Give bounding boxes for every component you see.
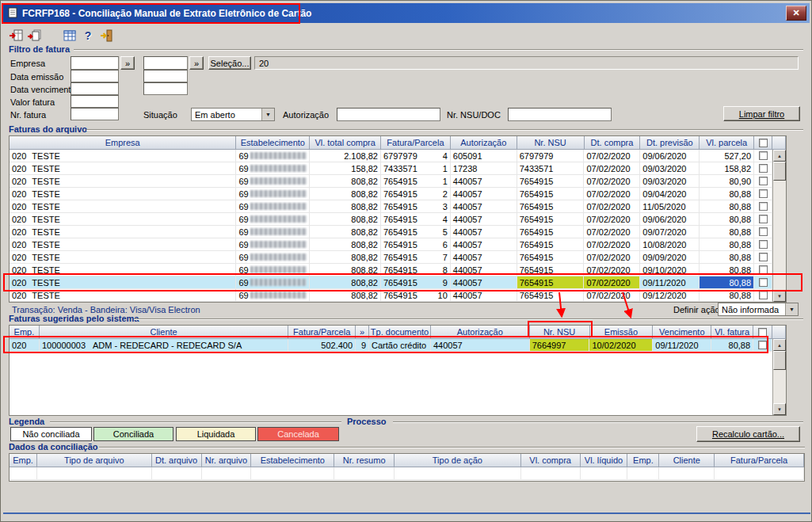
col-estabelecimento[interactable]: Estabelecimento [251, 454, 334, 467]
cell-empresa: 020TESTE [10, 162, 236, 174]
empresa-to-lookup-button[interactable]: » [189, 56, 204, 70]
autorizacao-input[interactable] [337, 108, 440, 121]
col-tp-documento[interactable]: Tp. documento [369, 326, 431, 339]
definir-acao-select[interactable]: Não informada ▼ [718, 303, 799, 316]
empresa-lookup-button[interactable]: » [120, 56, 135, 70]
fatura-row[interactable]: 020TESTE 69 808,82 76549159 440057 76549… [10, 276, 772, 289]
data-vencimento-input[interactable] [71, 82, 119, 95]
col-nr-resumo[interactable]: Nr. resumo [334, 454, 395, 467]
scroll-down-button[interactable]: ▼ [773, 403, 786, 415]
col-nr-arquivo[interactable]: Nr. arquivo [202, 454, 252, 467]
col-select[interactable] [754, 136, 772, 150]
col-fatura-parcela[interactable]: Fatura/Parcela [381, 136, 451, 150]
empresa-code-input[interactable] [71, 56, 119, 70]
data-emissao-to-input[interactable] [143, 70, 188, 82]
row-checkbox[interactable] [759, 265, 768, 274]
scroll-thumb[interactable] [773, 162, 786, 181]
col-tipo-acao[interactable]: Tipo de ação [395, 454, 521, 467]
col-vl-liquido[interactable]: Vl. líquido [581, 454, 628, 467]
row-checkbox[interactable] [759, 177, 768, 185]
col-emp[interactable]: Emp. [10, 326, 40, 339]
help-button[interactable]: ? [79, 27, 97, 44]
row-checkbox[interactable] [758, 341, 767, 349]
col-cliente[interactable]: Cliente [40, 326, 288, 339]
col-emp[interactable]: Emp. [10, 454, 37, 467]
col-empresa[interactable]: Empresa [10, 136, 236, 150]
fatura-row[interactable]: 020TESTE 69 2.108,82 67979794 605091 679… [10, 150, 772, 162]
fatura-row[interactable]: 020TESTE 69 808,82 76549152 440057 76549… [10, 188, 772, 200]
sugerida-row[interactable]: 020 100000003ADM - REDECARD - REDECARD S… [10, 339, 772, 352]
confirm-exit-button[interactable] [7, 27, 25, 44]
fatura-row[interactable]: 020TESTE 69 808,82 765491510 440057 7654… [10, 289, 772, 302]
cell-vl-total: 808,82 [310, 175, 381, 187]
row-checkbox[interactable] [759, 215, 768, 223]
row-checkbox[interactable] [759, 164, 768, 173]
row-checkbox[interactable] [759, 189, 768, 198]
data-emissao-input[interactable] [71, 70, 119, 82]
fatura-row[interactable]: 020TESTE 69 808,82 76549154 440057 76549… [10, 213, 772, 226]
selecao-button[interactable]: Seleção... [208, 56, 251, 70]
col-emissao[interactable]: Emissão [590, 326, 654, 339]
row-checkbox[interactable] [759, 227, 768, 236]
fatura-row[interactable]: 020TESTE 69 808,82 76549156 440057 76549… [10, 238, 772, 251]
limpar-filtro-button[interactable]: Limpar filtro [723, 106, 800, 121]
select-all-checkbox[interactable] [758, 328, 767, 337]
col-vl-total-compra[interactable]: Vl. total compra [310, 136, 381, 150]
col-vl-fatura[interactable]: Vl. fatura [711, 326, 753, 339]
col-autorizacao[interactable]: Autorização [451, 136, 517, 150]
col-dt-arquivo[interactable]: Dt. arquivo [152, 454, 202, 467]
scroll-down-button[interactable]: ▼ [773, 290, 786, 302]
col-emp-2[interactable]: Emp. [627, 454, 659, 467]
cell-nsu: 6797979 [517, 150, 585, 162]
fatura-row[interactable]: 020TESTE 69 808,82 76549155 440057 76549… [10, 226, 772, 238]
chevron-down-icon[interactable]: ▼ [785, 303, 798, 315]
confirm-exit-all-button[interactable] [25, 27, 43, 44]
col-fatura-parcela[interactable]: Fatura/Parcela [288, 326, 356, 339]
fatura-row[interactable]: 020TESTE 69 808,82 76549153 440057 76549… [10, 200, 772, 213]
col-vencimento[interactable]: Vencimento [653, 326, 711, 339]
row-checkbox[interactable] [759, 253, 768, 261]
close-button[interactable]: ✕ [786, 6, 806, 21]
row-checkbox[interactable] [759, 278, 768, 287]
fatura-row[interactable]: 020TESTE 69 808,82 76549158 440057 76549… [10, 264, 772, 276]
empresa-to-input[interactable] [143, 56, 188, 70]
cell-estabelecimento: 69 [236, 238, 310, 250]
select-all-checkbox[interactable] [759, 139, 768, 147]
col-dt-compra[interactable]: Dt. compra [585, 136, 641, 150]
cell-empresa: 020TESTE [10, 200, 236, 212]
col-vl-parcela[interactable]: Vl. parcela [700, 136, 754, 150]
col-tipo-arquivo[interactable]: Tipo de arquivo [37, 454, 152, 467]
row-checkbox[interactable] [759, 291, 768, 299]
col-estabelecimento[interactable]: Estabelecimento [236, 136, 310, 150]
row-checkbox[interactable] [759, 151, 768, 160]
fatura-row[interactable]: 020TESTE 69 808,82 76549151 440057 76549… [10, 175, 772, 188]
valor-fatura-input[interactable] [71, 95, 119, 108]
col-expand[interactable]: » [356, 326, 369, 339]
situacao-select[interactable]: Em aberto ▼ [191, 108, 275, 121]
fatura-row[interactable]: 020TESTE 69 808,82 76549157 440057 76549… [10, 251, 772, 264]
cell-estabelecimento: 69 [236, 150, 310, 162]
nr-nsu-doc-input[interactable] [508, 108, 612, 121]
vertical-scrollbar[interactable]: ▲ ▼ [772, 150, 786, 302]
exit-button[interactable] [97, 27, 115, 44]
col-nr-nsu[interactable]: Nr. NSU [530, 326, 590, 339]
col-dt-previsao[interactable]: Dt. previsão [640, 136, 700, 150]
recalculo-cartao-button[interactable]: Recalculo cartão... [696, 426, 800, 442]
data-vencimento-to-input[interactable] [143, 82, 188, 95]
row-checkbox[interactable] [759, 202, 768, 211]
col-autorizacao[interactable]: Autorização [431, 326, 530, 339]
nr-fatura-input[interactable] [71, 108, 119, 120]
scroll-thumb[interactable] [773, 351, 786, 370]
row-checkbox[interactable] [759, 240, 768, 249]
scroll-up-button[interactable]: ▲ [773, 339, 786, 351]
fatura-row[interactable]: 020TESTE 69 158,82 74335711 17238 743357… [10, 162, 772, 175]
scroll-up-button[interactable]: ▲ [773, 150, 786, 162]
col-select[interactable] [753, 326, 772, 339]
grid-view-button[interactable] [61, 27, 78, 44]
col-fatura-parcela[interactable]: Fatura/Parcela [715, 454, 804, 467]
vertical-scrollbar[interactable]: ▲ ▼ [772, 339, 786, 415]
col-vl-compra[interactable]: Vl. compra [521, 454, 581, 467]
col-cliente[interactable]: Cliente [659, 454, 715, 467]
chevron-down-icon[interactable]: ▼ [261, 109, 274, 120]
col-nr-nsu[interactable]: Nr. NSU [517, 136, 585, 150]
